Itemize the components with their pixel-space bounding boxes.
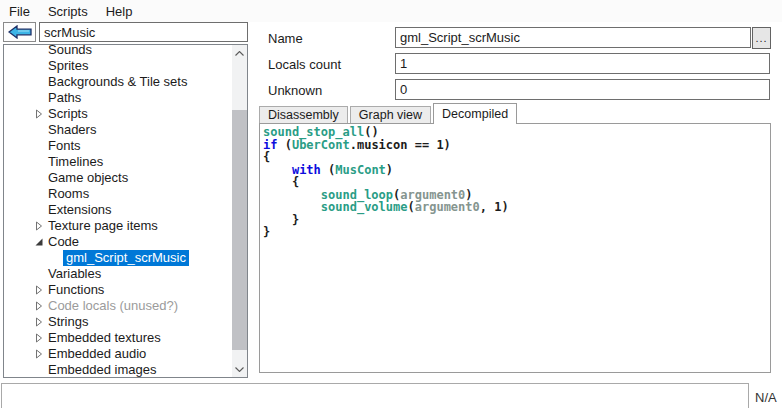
tree-item-label: Sprites — [45, 58, 91, 74]
tree-item-label: Embedded textures — [45, 330, 164, 346]
browse-button[interactable]: ... — [752, 27, 771, 49]
code-token-arg: argument0 — [415, 200, 480, 214]
tab-decompiled[interactable]: Decompiled — [433, 103, 517, 124]
tree-item-scripts[interactable]: Scripts — [4, 106, 231, 122]
tree-item-rooms[interactable]: Rooms — [4, 186, 231, 202]
decompiled-code-view[interactable]: sound_stop_all()if (UberCont.musicon == … — [259, 123, 771, 373]
unknown-input[interactable] — [395, 79, 770, 100]
code-token-pl: ( — [321, 163, 335, 177]
asset-tree: SoundsSpritesBackgrounds & Tile setsPath… — [3, 44, 248, 378]
tree-item-label: Sounds — [45, 44, 95, 58]
name-input[interactable] — [395, 27, 751, 48]
unknown-label: Unknown — [268, 83, 322, 99]
tree-rows: SoundsSpritesBackgrounds & Tile setsPath… — [4, 44, 231, 378]
menu-item-help[interactable]: Help — [97, 1, 142, 22]
scrollbar-thumb[interactable] — [232, 110, 247, 350]
menu-item-file[interactable]: File — [0, 1, 39, 22]
tree-item-extensions[interactable]: Extensions — [4, 202, 231, 218]
code-token-pl: ( — [408, 200, 415, 214]
code-line: } — [263, 214, 770, 227]
back-arrow-icon — [8, 25, 32, 39]
tree-item-fonts[interactable]: Fonts — [4, 138, 231, 154]
tree-item-variables[interactable]: Variables — [4, 266, 231, 282]
tree-item-label: Code — [45, 234, 82, 250]
tree-item-paths[interactable]: Paths — [4, 90, 231, 106]
code-token-pl: .musicon == 1) — [350, 138, 451, 152]
expander-collapsed-icon[interactable] — [33, 349, 45, 359]
code-token-fn: UberCont — [292, 138, 350, 152]
tree-item-label: gml_Script_scrMusic — [63, 250, 189, 266]
tree-item-label: Embedded images — [45, 362, 159, 378]
expander-collapsed-icon[interactable] — [33, 285, 45, 295]
tree-item-label: Timelines — [45, 154, 106, 170]
chevron-up-icon — [235, 51, 244, 56]
tree-item-embedded-textures[interactable]: Embedded textures — [4, 330, 231, 346]
tree-item-strings[interactable]: Strings — [4, 314, 231, 330]
search-input[interactable] — [39, 22, 248, 42]
tree-item-label: Backgrounds & Tile sets — [45, 74, 190, 90]
tree-item-embedded-images[interactable]: Embedded images — [4, 362, 231, 378]
tab-graph-view[interactable]: Graph view — [350, 106, 431, 124]
menu-item-scripts[interactable]: Scripts — [39, 1, 97, 22]
locals-count-input[interactable] — [395, 53, 770, 74]
tree-item-game-objects[interactable]: Game objects — [4, 170, 231, 186]
scroll-down-button[interactable] — [232, 361, 247, 377]
scroll-up-button[interactable] — [232, 45, 247, 61]
code-token-pl: ( — [277, 138, 291, 152]
expander-collapsed-icon[interactable] — [33, 301, 45, 311]
expander-collapsed-icon[interactable] — [33, 333, 45, 343]
view-tabs: DisassemblyGraph viewDecompiled — [259, 103, 519, 124]
tree-item-label: Texture page items — [45, 218, 161, 234]
tree-item-functions[interactable]: Functions — [4, 282, 231, 298]
chevron-down-icon — [235, 367, 244, 372]
tree-item-label: Paths — [45, 90, 84, 106]
code-token-pl: , 1) — [480, 200, 509, 214]
tab-disassembly[interactable]: Disassembly — [259, 106, 348, 124]
tree-item-backgrounds-tile-sets[interactable]: Backgrounds & Tile sets — [4, 74, 231, 90]
tree-item-gml-script-scrmusic[interactable]: gml_Script_scrMusic — [4, 250, 231, 266]
tree-item-label: Functions — [45, 282, 107, 298]
code-token-fn: sound_volume — [321, 200, 408, 214]
menu-bar: FileScriptsHelp — [0, 0, 782, 22]
expander-collapsed-icon[interactable] — [33, 221, 45, 231]
expander-collapsed-icon[interactable] — [33, 109, 45, 119]
expander-expanded-icon[interactable] — [33, 237, 45, 247]
tree-item-sounds[interactable]: Sounds — [4, 44, 231, 58]
tree-item-shaders[interactable]: Shaders — [4, 122, 231, 138]
tree-item-label: Strings — [45, 314, 91, 330]
tree-item-label: Embedded audio — [45, 346, 149, 362]
tree-item-label: Code locals (unused?) — [45, 298, 181, 314]
tree-item-timelines[interactable]: Timelines — [4, 154, 231, 170]
tree-item-label: Scripts — [45, 106, 91, 122]
code-token-pl: } — [263, 225, 270, 239]
back-button[interactable] — [3, 22, 36, 42]
tree-item-label: Extensions — [45, 202, 115, 218]
expander-collapsed-icon[interactable] — [33, 317, 45, 327]
tree-item-code[interactable]: Code — [4, 234, 231, 250]
tree-item-embedded-audio[interactable]: Embedded audio — [4, 346, 231, 362]
tree-item-texture-page-items[interactable]: Texture page items — [4, 218, 231, 234]
status-box — [1, 383, 749, 408]
code-line: with (MusCont) — [263, 164, 770, 177]
locals-count-label: Locals count — [268, 57, 341, 73]
tree-item-label: Variables — [45, 266, 104, 282]
tree-scrollbar[interactable] — [232, 45, 247, 377]
code-token-fn: MusCont — [335, 163, 386, 177]
code-line: sound_volume(argument0, 1) — [263, 201, 770, 214]
tree-item-sprites[interactable]: Sprites — [4, 58, 231, 74]
tree-item-label: Shaders — [45, 122, 99, 138]
tree-item-code-locals-unused[interactable]: Code locals (unused?) — [4, 298, 231, 314]
status-na-label: N/A — [755, 390, 777, 405]
tree-item-label: Rooms — [45, 186, 92, 202]
name-label: Name — [268, 31, 303, 47]
tree-item-label: Game objects — [45, 170, 131, 186]
code-token-pl: ) — [386, 163, 393, 177]
code-line: } — [263, 226, 770, 239]
tree-item-label: Fonts — [45, 138, 84, 154]
code-line: if (UberCont.musicon == 1) — [263, 139, 770, 152]
